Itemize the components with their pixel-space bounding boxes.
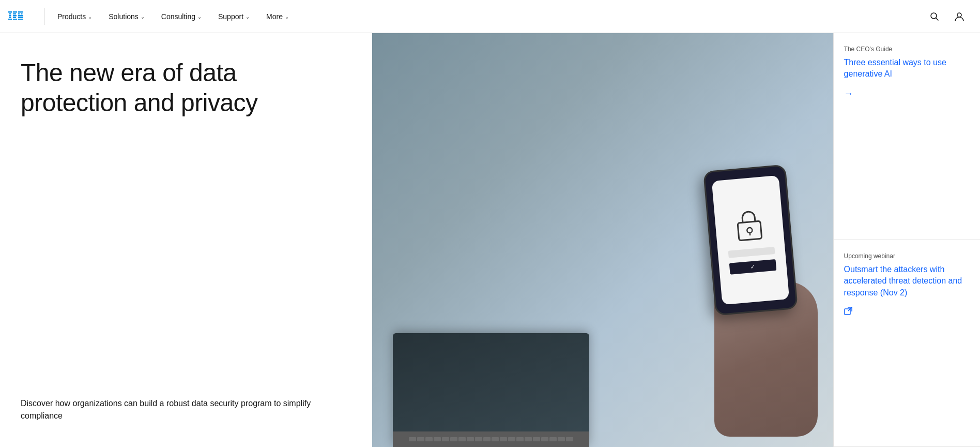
svg-point-18: [957, 13, 961, 17]
chevron-down-icon: ⌄: [141, 14, 145, 20]
sidebar-card-1: The CEO's Guide Three essential ways to …: [834, 33, 980, 240]
svg-rect-15: [18, 19, 23, 20]
hero-left: The new era of data protection and priva…: [0, 33, 372, 447]
card1-label: The CEO's Guide: [844, 46, 970, 53]
svg-rect-9: [13, 19, 17, 20]
ibm-logo[interactable]: [8, 11, 32, 21]
svg-rect-10: [18, 11, 23, 13]
chevron-down-icon: ⌄: [246, 14, 250, 20]
phone-illustration: [703, 165, 798, 316]
chevron-down-icon: ⌄: [197, 14, 202, 20]
sidebar-card-2: Upcoming webinar Outsmart the attackers …: [834, 240, 980, 447]
card2-label: Upcoming webinar: [844, 252, 970, 260]
svg-rect-5: [13, 11, 17, 13]
svg-rect-0: [8, 11, 12, 13]
svg-rect-19: [738, 221, 762, 241]
nav-products-label: Products: [57, 12, 86, 21]
chevron-down-icon: ⌄: [285, 14, 289, 20]
chevron-down-icon: ⌄: [88, 14, 92, 20]
nav-item-solutions[interactable]: Solutions ⌄: [100, 0, 153, 33]
svg-rect-11: [18, 13, 20, 15]
svg-rect-3: [9, 17, 11, 19]
laptop-illustration: [393, 333, 589, 447]
lock-icon: [732, 206, 766, 245]
svg-rect-4: [8, 19, 12, 20]
card2-external-link-icon[interactable]: [844, 307, 970, 317]
svg-rect-12: [21, 13, 23, 15]
svg-rect-13: [18, 15, 23, 17]
phone-confirm-btn: [729, 259, 776, 275]
hero-image: [372, 33, 833, 447]
nav-solutions-label: Solutions: [109, 12, 139, 21]
nav-more-label: More: [266, 12, 283, 21]
nav-support-label: Support: [218, 12, 243, 21]
card1-arrow-icon[interactable]: →: [844, 88, 970, 99]
hero-right-sidebar: The CEO's Guide Three essential ways to …: [833, 33, 980, 447]
svg-rect-6: [13, 13, 16, 15]
card1-link[interactable]: Three essential ways to use generative A…: [844, 57, 970, 80]
phone-input-dots: [728, 247, 775, 258]
nav-item-support[interactable]: Support ⌄: [210, 0, 258, 33]
phone-screen: [711, 175, 789, 305]
nav-links: Products ⌄ Solutions ⌄ Consulting ⌄ Supp…: [49, 0, 922, 33]
nav-item-more[interactable]: More ⌄: [258, 0, 297, 33]
user-account-button[interactable]: [947, 0, 972, 33]
svg-rect-1: [9, 13, 11, 15]
svg-rect-14: [18, 17, 23, 19]
user-icon: [954, 11, 964, 22]
external-link-icon: [844, 307, 852, 315]
svg-point-20: [747, 228, 753, 233]
search-icon: [929, 11, 940, 22]
svg-point-16: [931, 13, 937, 19]
svg-rect-7: [13, 15, 17, 17]
card2-link[interactable]: Outsmart the attackers with accelerated …: [844, 264, 970, 299]
laptop-screen: [393, 333, 589, 431]
hero-image-placeholder: [372, 33, 833, 447]
nav-item-products[interactable]: Products ⌄: [49, 0, 100, 33]
hero-title: The new era of data protection and priva…: [21, 58, 347, 117]
nav-consulting-label: Consulting: [161, 12, 195, 21]
hero-subtitle: Discover how organizations can build a r…: [21, 397, 347, 422]
page-content: The new era of data protection and priva…: [0, 33, 980, 447]
svg-line-17: [936, 18, 939, 20]
svg-rect-2: [9, 15, 11, 17]
laptop-keyboard: [393, 431, 589, 447]
nav-actions: [922, 0, 972, 33]
main-nav: Products ⌄ Solutions ⌄ Consulting ⌄ Supp…: [0, 0, 980, 33]
nav-divider: [44, 8, 45, 25]
search-button[interactable]: [922, 0, 947, 33]
nav-item-consulting[interactable]: Consulting ⌄: [153, 0, 210, 33]
svg-rect-8: [13, 17, 16, 19]
